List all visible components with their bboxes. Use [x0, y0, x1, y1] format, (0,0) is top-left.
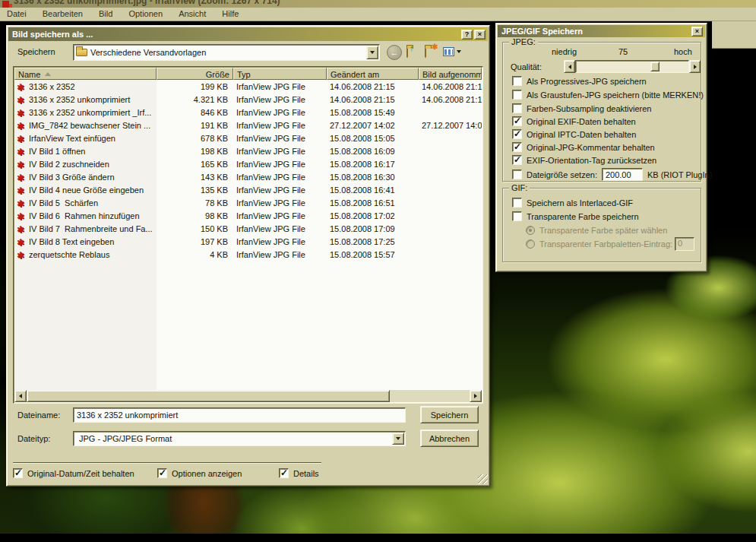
keep-exif-checkbox[interactable]: [512, 116, 522, 126]
back-button[interactable]: ←: [387, 45, 402, 60]
subsampling-checkbox[interactable]: [512, 103, 522, 113]
transparent-color-option: Transparente Farbe speichern: [512, 211, 639, 221]
folder-up-icon: [406, 47, 408, 58]
file-row[interactable]: ✱zerquetschte Reblaus 4 KB IrfanView JPG…: [14, 248, 482, 261]
quality-slider-track[interactable]: [575, 60, 689, 73]
gif-group-label: GIF:: [509, 183, 530, 192]
file-row[interactable]: ✱IV Bild 1 öffnen 198 KB IrfanView JPG F…: [14, 144, 482, 157]
jpeg-gif-panel-titlebar[interactable]: JPEG/GIF Speichern ×: [498, 25, 705, 37]
file-row[interactable]: ✱IV Bild 5 Schärfen 78 KB IrfanView JPG …: [14, 196, 482, 209]
set-filesize-checkbox[interactable]: [512, 170, 522, 179]
keep-date-checkbox[interactable]: [13, 468, 23, 478]
close-button[interactable]: ×: [474, 30, 486, 40]
location-dropdown-button[interactable]: [366, 46, 378, 59]
scrollbar-thumb[interactable]: [27, 390, 390, 402]
save-button[interactable]: Speichern: [420, 406, 479, 423]
filetype-combobox[interactable]: JPG - JPG/JPEG Format: [73, 431, 406, 446]
menu-bearbeiten[interactable]: Bearbeiten: [36, 8, 90, 18]
location-label: Speichern: [17, 47, 55, 56]
file-row[interactable]: ✱IV Bild 7 Rahmenbreite und Fa... 150 KB…: [14, 222, 482, 235]
file-row[interactable]: ✱IrfanView Text einfügen 678 KB IrfanVie…: [14, 132, 482, 144]
palette-entry-input: 0: [675, 237, 694, 251]
location-combobox-value: Verschiedene Versandvorlagen: [87, 48, 365, 57]
file-row[interactable]: ✱IMG_7842 bewachsener Stein ... 191 KB I…: [14, 119, 482, 132]
reset-orientation-checkbox[interactable]: [512, 155, 522, 165]
show-options-label: Optionen anzeigen: [172, 469, 242, 478]
palette-entry-radio: [526, 239, 535, 249]
keep-date-option: Original-Datum/Zeit behalten: [13, 468, 134, 478]
file-row[interactable]: ✱IV Bild 4 neue Größe eingeben 135 KB Ir…: [14, 183, 482, 196]
column-header-groesse[interactable]: Größe: [157, 68, 233, 80]
filesize-suffix: KB (RIOT PlugIn): [647, 170, 712, 179]
irfanview-file-icon: ✱: [17, 83, 24, 91]
save-dialog-title: Bild speichern als ...: [12, 30, 93, 39]
views-grid-icon: [443, 47, 454, 56]
file-row[interactable]: ✱IV Bild 2 zuschneiden 165 KB IrfanView …: [14, 157, 482, 170]
progressive-jpg-checkbox[interactable]: [512, 76, 522, 86]
menu-optionen[interactable]: Optionen: [122, 8, 169, 18]
column-header-typ[interactable]: Typ: [233, 68, 327, 80]
help-button[interactable]: ?: [461, 30, 473, 40]
scrollbar-track[interactable]: [27, 390, 470, 402]
interlaced-gif-option: Speichern als Interlaced-GIF: [512, 198, 633, 208]
menu-hilfe[interactable]: Hilfe: [215, 8, 245, 18]
reset-orientation-option: EXIF-Orientation-Tag zurücksetzen: [512, 155, 656, 165]
keep-iptc-checkbox[interactable]: [512, 129, 522, 139]
filename-input[interactable]: 3136 x 2352 unkomprimiert: [73, 407, 406, 423]
details-option: Details: [279, 468, 319, 478]
quality-increase-button[interactable]: [689, 60, 701, 73]
file-row[interactable]: ✱3136 x 2352 unkomprimiert _Irf... 846 K…: [14, 106, 482, 119]
irfanview-file-icon: ✱: [17, 160, 24, 169]
show-options-checkbox[interactable]: [157, 468, 167, 478]
keep-comment-option: Original-JPG-Kommentar behalten: [512, 142, 655, 152]
resize-grip[interactable]: [478, 474, 488, 484]
file-row[interactable]: ✱3136 x 2352 unkomprimiert 4.321 KB Irfa…: [14, 93, 482, 106]
main-window-titlebar[interactable]: 3136 x 2352 unkomprimiert.jpg - IrfanVie…: [0, 0, 756, 8]
file-row[interactable]: ✱3136 x 2352 199 KB IrfanView JPG File 1…: [14, 80, 482, 93]
location-combobox[interactable]: Verschiedene Versandvorlagen: [73, 44, 380, 61]
save-dialog: Bild speichern als ... ? × Speichern Ver…: [6, 25, 490, 487]
panel-close-button[interactable]: ×: [691, 27, 703, 36]
views-button[interactable]: [443, 47, 461, 56]
keep-date-label: Original-Datum/Zeit behalten: [27, 469, 134, 478]
up-one-level-button[interactable]: ↑: [406, 48, 408, 57]
column-header-name[interactable]: Name: [14, 68, 157, 80]
column-header-geaendert[interactable]: Geändert am: [327, 68, 419, 80]
file-list: Name Größe Typ Geändert am Bild aufgenom…: [13, 66, 483, 404]
file-row[interactable]: ✱IV Bild 6 Rahmen hinzufügen 98 KB Irfan…: [14, 209, 482, 222]
filetype-value: JPG - JPG/JPEG Format: [76, 434, 391, 443]
filetype-label: Dateityp:: [17, 434, 50, 443]
column-header-aufgenommen[interactable]: Bild aufgenommen: [419, 68, 482, 80]
filetype-dropdown-button[interactable]: [392, 433, 404, 445]
horizontal-scrollbar[interactable]: [14, 390, 482, 402]
choose-transparent-later-option: Transparente Farbe später wählen: [526, 226, 667, 235]
irfanview-file-icon: ✱: [17, 173, 24, 182]
irfanview-file-icon: ✱: [17, 147, 24, 156]
filesize-input[interactable]: 200.00: [602, 168, 643, 181]
jpeg-gif-panel: JPEG/GIF Speichern × JPEG: niedrig 75 ho…: [495, 23, 707, 272]
interlaced-gif-checkbox[interactable]: [512, 198, 522, 208]
details-label: Details: [293, 469, 319, 478]
grayscale-jpg-checkbox[interactable]: [512, 90, 522, 100]
show-options-option: Optionen anzeigen: [157, 468, 242, 478]
gif-group: GIF: Speichern als Interlaced-GIF Transp…: [502, 188, 701, 262]
new-folder-button[interactable]: ✱: [425, 48, 426, 57]
menu-datei[interactable]: Datei: [0, 8, 33, 18]
file-row[interactable]: ✱IV Bild 8 Text eingeben 197 KB IrfanVie…: [14, 235, 482, 248]
menu-ansicht[interactable]: Ansicht: [172, 8, 213, 18]
scroll-left-button[interactable]: [14, 390, 27, 402]
menu-bild[interactable]: Bild: [92, 8, 119, 18]
irfanview-file-icon: ✱: [17, 96, 24, 104]
transparent-color-checkbox[interactable]: [512, 211, 522, 221]
details-checkbox[interactable]: [279, 468, 289, 478]
save-dialog-titlebar[interactable]: Bild speichern als ... ? ×: [8, 27, 488, 41]
irfanview-file-icon: ✱: [17, 238, 24, 246]
scroll-right-button[interactable]: [470, 390, 482, 402]
irfanview-file-icon: ✱: [17, 122, 24, 130]
quality-decrease-button[interactable]: [564, 60, 575, 73]
keep-comment-checkbox[interactable]: [512, 142, 522, 152]
file-row[interactable]: ✱IV Bild 3 Größe ändern 143 KB IrfanView…: [14, 170, 482, 183]
cancel-button[interactable]: Abbrechen: [420, 429, 479, 447]
quality-slider-thumb[interactable]: [650, 62, 660, 71]
quality-low-label: niedrig: [552, 47, 577, 56]
